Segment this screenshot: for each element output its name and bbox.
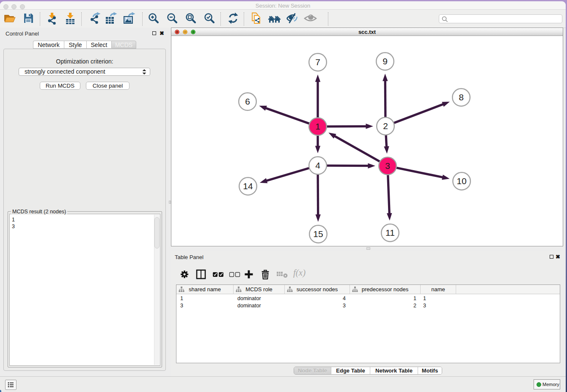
svg-text:10: 10 xyxy=(457,176,466,186)
svg-text:4: 4 xyxy=(315,160,320,170)
svg-text:8: 8 xyxy=(459,92,464,102)
svg-text:15: 15 xyxy=(313,229,323,239)
svg-text:9: 9 xyxy=(383,56,388,66)
svg-text:6: 6 xyxy=(245,97,250,106)
svg-text:1: 1 xyxy=(315,121,320,131)
svg-text:3: 3 xyxy=(385,161,390,171)
svg-text:7: 7 xyxy=(315,57,320,67)
svg-text:14: 14 xyxy=(243,181,253,191)
svg-text:11: 11 xyxy=(385,228,395,237)
svg-text:2: 2 xyxy=(383,121,388,131)
